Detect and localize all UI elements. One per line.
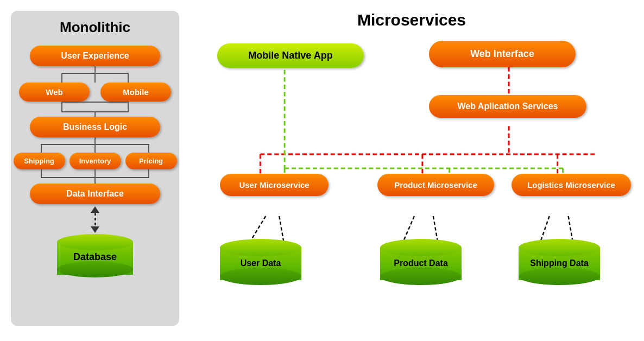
- shipping-data-db: Shipping Data: [519, 239, 600, 285]
- product-db-top: [380, 239, 462, 256]
- triple-branch-top: [30, 144, 160, 153]
- db-arrows: [91, 204, 99, 234]
- product-microservice-element: Product Microservice: [377, 174, 494, 196]
- web-interface-element: Web Interface: [429, 41, 576, 67]
- mobile-pill: Mobile: [100, 83, 171, 102]
- diagram-container: Monolithic User Experience Web Mobile Bu…: [0, 0, 644, 341]
- microservices-section: Microservices: [190, 11, 633, 326]
- db-bottom: [57, 261, 133, 277]
- user-data-element: User Data: [220, 239, 301, 285]
- web-interface-pill: Web Interface: [429, 41, 576, 67]
- database-cylinder: Database: [57, 234, 133, 277]
- product-data-element: Product Data: [380, 239, 462, 285]
- web-app-services-pill: Web Aplication Services: [429, 95, 586, 118]
- user-experience-pill: User Experience: [30, 46, 160, 66]
- product-data-label: Product Data: [380, 258, 462, 268]
- monolithic-section: Monolithic User Experience Web Mobile Bu…: [11, 11, 179, 326]
- database-label: Database: [57, 251, 133, 263]
- microservices-title: Microservices: [190, 11, 633, 29]
- shipping-data-label: Shipping Data: [519, 258, 600, 268]
- inventory-pill: Inventory: [70, 153, 121, 169]
- product-db-bottom: [380, 268, 462, 285]
- mobile-native-app-element: Mobile Native App: [217, 43, 364, 68]
- shipping-db-bottom: [519, 268, 600, 285]
- shipping-data-element: Shipping Data: [519, 239, 600, 285]
- user-data-label: User Data: [220, 258, 301, 268]
- web-app-services-element: Web Aplication Services: [429, 95, 586, 118]
- logistics-microservice-pill: Logistics Microservice: [512, 174, 631, 196]
- logistics-microservice-element: Logistics Microservice: [512, 174, 631, 196]
- connector-line-3: [94, 137, 96, 144]
- sip-row: Shipping Inventory Pricing: [14, 153, 177, 169]
- db-top: [57, 234, 133, 250]
- user-db-top: [220, 239, 301, 256]
- web-mobile-branch: [46, 73, 144, 83]
- pricing-pill: Pricing: [125, 153, 177, 169]
- web-mobile-branch-bottom: [46, 102, 144, 111]
- data-interface-pill: Data Interface: [30, 184, 160, 204]
- connector-line: [94, 66, 96, 73]
- shipping-pill: Shipping: [14, 153, 65, 169]
- user-microservice-element: User Microservice: [220, 174, 329, 196]
- business-logic-pill: Business Logic: [30, 117, 160, 137]
- user-microservice-pill: User Microservice: [220, 174, 329, 196]
- triple-branch-bottom: [30, 169, 160, 178]
- user-db-bottom: [220, 268, 301, 285]
- web-pill: Web: [19, 83, 90, 102]
- shipping-db-top: [519, 239, 600, 256]
- web-mobile-row: Web Mobile: [19, 83, 171, 102]
- product-microservice-pill: Product Microservice: [377, 174, 494, 196]
- user-data-db: User Data: [220, 239, 301, 285]
- product-data-db: Product Data: [380, 239, 462, 285]
- mobile-native-app-pill: Mobile Native App: [217, 43, 364, 68]
- connector-line-4: [94, 178, 96, 184]
- monolithic-title: Monolithic: [60, 19, 130, 36]
